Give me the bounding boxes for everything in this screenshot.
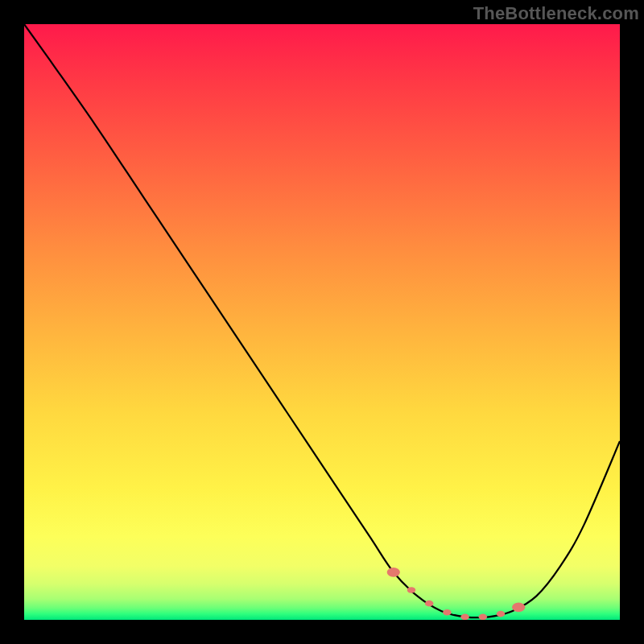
flat-region-dot <box>387 568 400 577</box>
flat-region-dot <box>479 614 488 620</box>
flat-region-dot <box>460 614 469 620</box>
chart-canvas: TheBottleneck.com <box>0 0 644 644</box>
plot-area <box>24 24 620 620</box>
flat-region-dots <box>387 568 526 620</box>
flat-region-dot <box>512 602 525 612</box>
attribution-text: TheBottleneck.com <box>473 3 639 24</box>
flat-region-dot <box>443 609 452 616</box>
curve-layer <box>24 24 620 620</box>
flat-region-dot <box>497 611 506 617</box>
flat-region-dot <box>407 587 416 593</box>
flat-region-dot <box>425 601 434 607</box>
bottleneck-curve <box>24 24 620 617</box>
